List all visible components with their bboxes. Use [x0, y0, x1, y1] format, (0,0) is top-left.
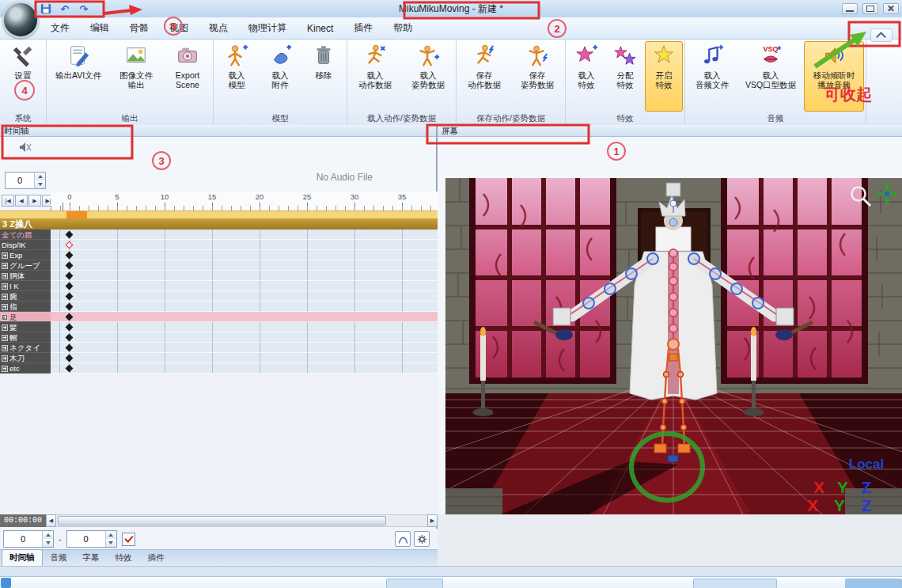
menu-file[interactable]: 文件 — [41, 19, 79, 37]
interpolation-curve-button[interactable] — [395, 531, 411, 547]
scrollbar-track[interactable] — [56, 514, 427, 527]
tab-subtitle[interactable]: 字幕 — [75, 549, 108, 566]
range-end-spinner[interactable]: 0 — [66, 530, 117, 548]
scroll-right-icon[interactable]: ▶ — [427, 514, 438, 527]
load-motion-button[interactable]: 载入 动作数据 — [349, 41, 401, 112]
menu-plugin[interactable]: 插件 — [344, 19, 382, 37]
timeline-panel-header[interactable]: 时间轴 — [0, 125, 436, 137]
load-vsq-button[interactable]: VSQ 载入 VSQ口型数据 — [738, 41, 803, 112]
audio-mute-icon[interactable] — [19, 142, 32, 153]
timeline-ruler[interactable]: 0 5 10 15 20 25 30 35 — [51, 192, 438, 211]
expand-icon[interactable] — [2, 355, 8, 362]
scrollbar-thumb[interactable] — [58, 516, 386, 525]
keyframe-diamond[interactable] — [66, 303, 74, 311]
minimize-button[interactable] — [842, 3, 858, 14]
load-effect-button[interactable]: 载入 特效 — [567, 41, 605, 112]
viewport-3d[interactable]: Local X Y Z X Y Z — [445, 178, 902, 514]
keyframe-diamond[interactable] — [66, 252, 74, 260]
timeline-row[interactable]: 帽 — [0, 332, 438, 343]
taskbar-start-button[interactable] — [1, 578, 11, 588]
timeline-row[interactable]: etc — [0, 363, 438, 374]
keyframe-diamond[interactable] — [66, 344, 74, 352]
play-audio-while-moving-button[interactable]: 移动倾听时 播放音频 — [804, 41, 864, 112]
timeline-row[interactable]: Disp/IK — [0, 240, 438, 250]
keyframe-diamond[interactable] — [66, 231, 74, 239]
assign-effect-button[interactable]: 分配 特效 — [606, 41, 644, 112]
keyframe-diamond[interactable] — [66, 283, 74, 290]
expand-icon[interactable] — [2, 304, 8, 310]
expand-icon[interactable] — [2, 335, 8, 341]
keyframe-diamond[interactable] — [66, 272, 74, 280]
expand-icon[interactable] — [2, 252, 8, 259]
export-scene-button[interactable]: Export Scene — [164, 41, 211, 112]
timeline-row[interactable]: I K — [0, 281, 438, 291]
settings-gear-button[interactable] — [414, 531, 430, 547]
close-button[interactable] — [883, 3, 899, 14]
scroll-left-icon[interactable]: ◀ — [46, 514, 56, 527]
save-motion-button[interactable]: 保存 动作数据 — [458, 41, 510, 112]
tab-timeline[interactable]: 时间轴 — [2, 549, 43, 566]
expand-icon[interactable] — [2, 273, 8, 279]
timeline-row[interactable]: Exp — [0, 250, 438, 260]
timeline-row[interactable]: 指 — [0, 302, 438, 312]
timeline-row[interactable]: ネクタイ — [0, 343, 438, 353]
model-name-bar[interactable]: 3 Z操八 — [0, 218, 438, 230]
maximize-button[interactable] — [862, 3, 878, 14]
screen-panel-header[interactable]: 屏幕 — [438, 125, 902, 137]
menu-help[interactable]: 帮助 — [384, 19, 422, 37]
prev-frame-button[interactable]: ◀ — [15, 195, 28, 207]
keyframe-diamond[interactable] — [66, 334, 74, 342]
expand-icon[interactable] — [2, 366, 8, 372]
expand-icon[interactable] — [2, 324, 8, 331]
menu-edit[interactable]: 编辑 — [81, 19, 119, 37]
timeline-row[interactable]: 全ての親 — [0, 230, 438, 240]
load-pose-button[interactable]: 载入 姿势数据 — [402, 41, 454, 112]
remove-button[interactable]: 移除 — [302, 41, 345, 112]
app-logo[interactable] — [2, 2, 39, 38]
enable-effect-button[interactable]: 开启 特效 — [645, 41, 683, 112]
tab-effect[interactable]: 特效 — [108, 549, 140, 566]
expand-icon[interactable] — [2, 314, 8, 321]
spinner-up-icon[interactable] — [35, 173, 45, 180]
taskbar-item[interactable] — [693, 579, 777, 588]
timeline-row-selected[interactable]: 足 — [0, 312, 438, 322]
timeline-row[interactable]: 胴体 — [0, 271, 438, 281]
timeline-row[interactable]: 髪 — [0, 322, 438, 332]
next-frame-button[interactable]: ▶ — [28, 195, 41, 207]
ribbon-collapse-button[interactable] — [870, 28, 893, 42]
export-image-button[interactable]: 图像文件 输出 — [109, 41, 163, 112]
menu-bone[interactable]: 骨骼 — [120, 19, 158, 37]
save-pose-button[interactable]: 保存 姿势数据 — [511, 41, 563, 112]
keyframe-diamond[interactable] — [66, 241, 74, 249]
keyframe-diamond[interactable] — [66, 293, 74, 301]
menu-kinect[interactable]: Kinect — [298, 21, 343, 36]
timeline-row[interactable]: 腕 — [0, 291, 438, 302]
first-frame-button[interactable]: |◀ — [2, 195, 14, 207]
taskbar-item[interactable] — [386, 579, 443, 588]
expand-icon[interactable] — [2, 345, 8, 351]
timeline-row[interactable]: 木刀 — [0, 353, 438, 363]
settings-button[interactable]: 设置 — [2, 41, 44, 112]
timeline-row[interactable]: グループ — [0, 260, 438, 271]
menu-view[interactable]: 视图 — [160, 19, 198, 37]
expand-icon[interactable] — [2, 294, 8, 300]
export-avi-button[interactable]: 输出AVI文件 — [48, 41, 108, 112]
menu-physics[interactable]: 物理计算 — [239, 19, 296, 37]
range-start-spinner[interactable]: 0 — [3, 530, 54, 548]
load-audio-button[interactable]: 载入 音频文件 — [687, 41, 737, 112]
loop-checkbox[interactable] — [122, 533, 135, 546]
keyframe-diamond[interactable] — [66, 355, 74, 362]
load-accessory-button[interactable]: 载入 附件 — [259, 41, 301, 112]
keyframe-diamond[interactable] — [66, 365, 74, 373]
expand-icon[interactable] — [2, 263, 8, 269]
expand-icon[interactable] — [2, 283, 8, 290]
tab-audio[interactable]: 音频 — [43, 549, 75, 566]
taskbar[interactable] — [0, 576, 902, 588]
tab-plugin[interactable]: 插件 — [140, 549, 172, 566]
keyframe-diamond[interactable] — [66, 324, 74, 332]
taskbar-item[interactable] — [845, 579, 902, 588]
keyframe-diamond[interactable] — [66, 262, 74, 270]
frame-spinner[interactable]: 0 — [5, 172, 46, 189]
menu-camera[interactable]: 视点 — [199, 19, 237, 37]
spinner-down-icon[interactable] — [35, 180, 45, 188]
